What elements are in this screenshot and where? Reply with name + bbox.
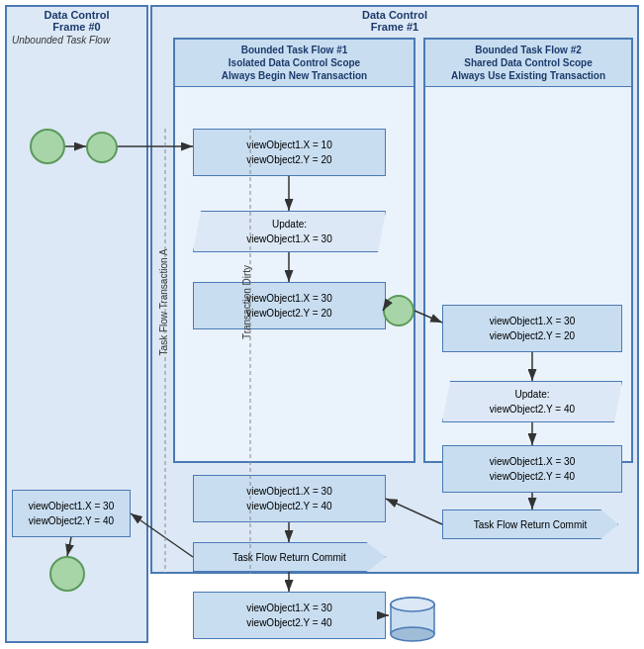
call-oval-1 <box>86 132 118 163</box>
data-box-1: viewObject1.X = 10 viewObject2.Y = 20 <box>193 129 386 176</box>
data-box-final-center: viewObject1.X = 30 viewObject2.Y = 40 <box>193 592 386 639</box>
btf-1-title: Bounded Task Flow #1 Isolated Data Contr… <box>175 40 414 87</box>
data-box-2: viewObject1.X = 30 viewObject2.Y = 20 <box>193 282 386 329</box>
svg-point-5 <box>391 598 434 611</box>
frame-0-title: Data Control Frame #0 <box>7 6 146 36</box>
btf-2-title: Bounded Task Flow #2 Shared Data Control… <box>425 40 631 87</box>
call-oval-2 <box>383 295 414 326</box>
diagram: Data Control Frame #0 Unbounded Task Flo… <box>0 0 644 649</box>
update-box-2: Update: viewObject2.Y = 40 <box>442 381 622 422</box>
state-circle-end <box>49 556 85 592</box>
task-flow-transaction-label: Task Flow Transaction A <box>158 249 169 356</box>
state-circle-start <box>30 129 65 164</box>
data-box-5: viewObject1.X = 30 viewObject2.Y = 40 <box>193 475 386 522</box>
frame-0: Data Control Frame #0 Unbounded Task Flo… <box>5 5 148 643</box>
transaction-dirty-label: Transaction Dirty <box>241 265 252 339</box>
final-box-left: viewObject1.X = 30 viewObject2.Y = 40 <box>12 490 131 537</box>
return-box-2: Task Flow Return Commit <box>193 542 386 572</box>
unbounded-label: Unbounded Task Flow <box>12 35 110 46</box>
svg-point-4 <box>391 627 434 641</box>
database-icon <box>389 597 436 646</box>
frame-1-title: Data Control Frame #1 <box>152 6 637 36</box>
data-box-4: viewObject1.X = 30 viewObject2.Y = 40 <box>442 445 622 493</box>
update-box-1: Update: viewObject1.X = 30 <box>193 211 386 252</box>
data-box-3: viewObject1.X = 30 viewObject2.Y = 20 <box>442 305 622 352</box>
return-box-1: Task Flow Return Commit <box>442 510 618 539</box>
